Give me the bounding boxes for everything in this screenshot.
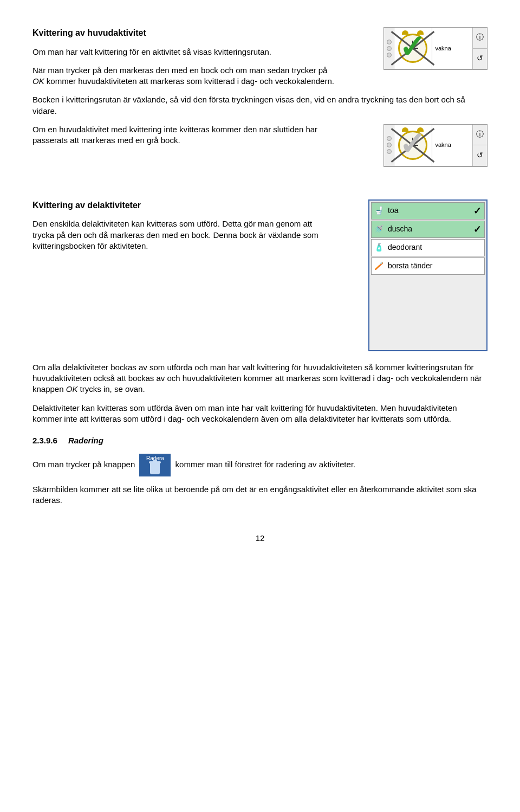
item-icon: 🧴	[372, 242, 386, 253]
info-icon: ⓘ	[473, 125, 487, 146]
checklist-item[interactable]: 🧴 deodorant	[371, 239, 485, 256]
paragraph: Om alla delaktiviteter bockas av som utf…	[32, 362, 487, 395]
checklist-item[interactable]: 🪥 borsta tänder	[371, 257, 485, 275]
paragraph: Delaktiviteter kan kvitteras som utförda…	[32, 403, 487, 425]
info-icon: ⓘ	[473, 28, 487, 49]
paragraph: Om man trycker på knappen Radera kommer …	[32, 454, 487, 476]
tick-icon: ✓	[470, 223, 484, 236]
dot-column	[384, 125, 394, 166]
item-label: duscha	[386, 224, 470, 234]
paragraph: Skärmbilden kommer att se lite olika ut …	[32, 484, 487, 506]
radera-button[interactable]: Radera	[139, 454, 171, 476]
alarm-thumbnail-grey: ✓ vakna ⓘ ↺	[384, 124, 487, 167]
swap-icon: ↺	[473, 49, 487, 69]
alarm-label: vakna	[432, 125, 473, 166]
paragraph: Den enskilda delaktiviteten kan kvittera…	[32, 218, 325, 252]
alarm-cell: ✓	[394, 125, 432, 166]
checklist-item[interactable]: 🚽 toa ✓	[371, 202, 485, 220]
alarm-label: vakna	[432, 28, 473, 69]
paragraph: Om man har valt kvittering för en aktivi…	[32, 47, 336, 57]
item-icon: 🚽	[372, 205, 386, 216]
checklist-widget: 🚽 toa ✓ 🚿 duscha ✓ 🧴 deodorant 🪥 borsta …	[368, 199, 487, 351]
alarm-thumbnail-green: ✓ vakna ⓘ ↺	[384, 27, 487, 70]
trash-icon	[150, 463, 160, 474]
item-label: borsta tänder	[386, 261, 470, 271]
paragraph: Om en huvudaktivitet med kvittering inte…	[32, 124, 336, 146]
page-number: 12	[32, 533, 487, 544]
checkmark-icon: ✓	[399, 30, 426, 63]
item-icon: 🚿	[372, 224, 386, 234]
alarm-cell: ✓	[394, 28, 432, 69]
section-heading: 2.3.9.6Radering	[32, 435, 487, 446]
checkmark-icon: ✓	[399, 127, 426, 160]
item-icon: 🪥	[372, 261, 386, 271]
dot-column	[384, 28, 394, 69]
paragraph: Bocken i kvitteringsrutan är växlande, s…	[32, 94, 487, 117]
tick-icon: ✓	[470, 204, 484, 217]
checklist-item[interactable]: 🚿 duscha ✓	[371, 221, 485, 238]
paragraph: När man trycker på den markeras den med …	[32, 65, 336, 87]
item-label: deodorant	[386, 242, 470, 253]
item-label: toa	[386, 205, 470, 216]
swap-icon: ↺	[473, 145, 487, 166]
